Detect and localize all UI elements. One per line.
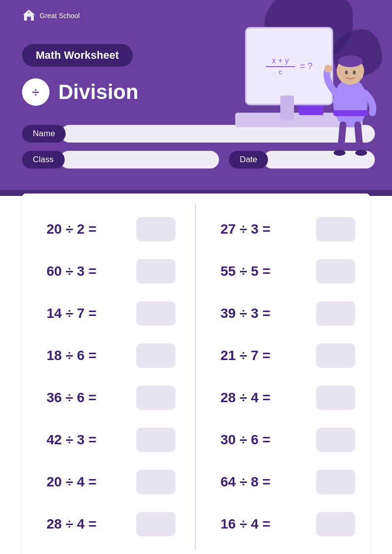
problem-equation: 27 ÷ 3 =: [220, 221, 270, 237]
problem-row: 42 ÷ 3 =: [47, 419, 175, 461]
answer-box[interactable]: [136, 343, 175, 368]
problem-row: 16 ÷ 4 =: [220, 503, 355, 545]
answer-box[interactable]: [316, 343, 355, 368]
name-label: Name: [22, 125, 66, 143]
problem-row: 20 ÷ 4 =: [47, 461, 175, 503]
problem-equation: 39 ÷ 3 =: [220, 306, 270, 321]
whiteboard-formula-row: x + y c = ?: [266, 56, 313, 76]
main-content: 20 ÷ 2 =60 ÷ 3 =14 ÷ 7 =18 ÷ 6 =36 ÷ 6 =…: [22, 193, 370, 554]
problem-equation: 16 ÷ 4 =: [220, 516, 270, 532]
svg-rect-2: [27, 17, 31, 21]
left-column: 20 ÷ 2 =60 ÷ 3 =14 ÷ 7 =18 ÷ 6 =36 ÷ 6 =…: [22, 203, 196, 550]
answer-box[interactable]: [136, 512, 175, 536]
svg-point-8: [355, 150, 367, 156]
answer-box[interactable]: [136, 470, 175, 494]
problem-row: 18 ÷ 6 =: [47, 335, 175, 377]
answer-box[interactable]: [316, 470, 355, 494]
problem-equation: 64 ÷ 8 =: [220, 474, 270, 490]
header-section: Great School Math Worksheet ÷ Division N…: [0, 0, 392, 196]
answer-box[interactable]: [316, 428, 355, 452]
svg-point-10: [353, 71, 356, 74]
problem-row: 60 ÷ 3 =: [47, 250, 175, 292]
class-label: Class: [22, 151, 65, 169]
problem-row: 28 ÷ 4 =: [220, 377, 355, 419]
problem-row: 39 ÷ 3 =: [220, 292, 355, 335]
right-column: 27 ÷ 3 =55 ÷ 5 =39 ÷ 3 =21 ÷ 7 =28 ÷ 4 =…: [196, 203, 370, 550]
answer-box[interactable]: [136, 385, 175, 410]
problem-equation: 55 ÷ 5 =: [220, 264, 270, 279]
svg-rect-11: [333, 110, 368, 116]
fraction-line: [266, 66, 295, 67]
title-badge: Math Worksheet: [22, 44, 133, 67]
problem-equation: 20 ÷ 4 =: [47, 474, 97, 490]
problem-row: 30 ÷ 6 =: [220, 419, 355, 461]
problem-equation: 14 ÷ 7 =: [47, 306, 97, 321]
formula-equals: = ?: [300, 61, 313, 72]
school-logo: Great School: [22, 9, 80, 23]
school-icon: [22, 9, 36, 23]
problem-row: 36 ÷ 6 =: [47, 377, 175, 419]
problem-equation: 36 ÷ 6 =: [47, 390, 97, 406]
problem-row: 64 ÷ 8 =: [220, 461, 355, 503]
division-icon-circle: ÷: [22, 78, 49, 106]
teacher-illustration: [318, 34, 382, 162]
svg-point-4: [333, 78, 368, 127]
problems-grid: 20 ÷ 2 =60 ÷ 3 =14 ÷ 7 =18 ÷ 6 =36 ÷ 6 =…: [22, 193, 370, 554]
problem-equation: 30 ÷ 6 =: [220, 432, 270, 448]
problem-row: 21 ÷ 7 =: [220, 335, 355, 377]
division-row: ÷ Division: [22, 78, 138, 106]
class-input-box[interactable]: [60, 151, 220, 169]
answer-box[interactable]: [316, 259, 355, 284]
problem-equation: 60 ÷ 3 =: [47, 264, 97, 279]
problem-equation: 18 ÷ 6 =: [47, 348, 97, 363]
whiteboard-fraction: x + y c: [266, 56, 295, 76]
answer-box[interactable]: [316, 301, 355, 326]
formula-numerator: x + y: [272, 56, 289, 65]
problem-equation: 28 ÷ 4 =: [220, 390, 270, 406]
formula-denominator: c: [279, 68, 282, 76]
worksheet-title: Math Worksheet: [36, 49, 119, 61]
date-label: Date: [229, 151, 268, 169]
svg-point-9: [345, 71, 348, 74]
problem-row: 14 ÷ 7 =: [47, 292, 175, 335]
division-symbol: ÷: [32, 85, 39, 100]
answer-box[interactable]: [316, 512, 355, 536]
problem-equation: 20 ÷ 2 =: [47, 221, 97, 237]
answer-box[interactable]: [136, 259, 175, 284]
problem-row: 55 ÷ 5 =: [220, 250, 355, 292]
answer-box[interactable]: [136, 428, 175, 452]
problem-row: 27 ÷ 3 =: [220, 208, 355, 250]
svg-point-12: [324, 65, 332, 72]
svg-rect-3: [28, 12, 30, 14]
problem-equation: 21 ÷ 7 =: [220, 348, 270, 363]
answer-box[interactable]: [136, 301, 175, 326]
svg-point-6: [338, 55, 363, 67]
answer-box[interactable]: [316, 217, 355, 241]
school-name: Great School: [40, 12, 80, 20]
problem-equation: 28 ÷ 4 =: [47, 516, 97, 532]
answer-box[interactable]: [316, 385, 355, 410]
pencil-holder: [280, 96, 294, 120]
problem-row: 28 ÷ 4 =: [47, 503, 175, 545]
answer-box[interactable]: [136, 217, 175, 241]
subject-title: Division: [58, 80, 138, 104]
problem-row: 20 ÷ 2 =: [47, 208, 175, 250]
problem-equation: 42 ÷ 3 =: [47, 432, 97, 448]
svg-point-7: [334, 150, 345, 156]
